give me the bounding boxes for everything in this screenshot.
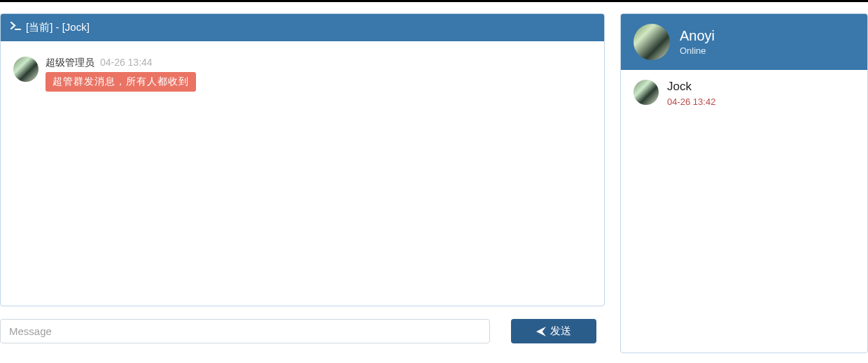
chat-panel: [当前] - [Jock] 超级管理员 04-26 13:44 超管群发消息，所… [0,13,605,306]
contact-info: Jock 04-26 13:42 [667,80,715,107]
profile-status: Online [680,45,715,56]
message-content: 超级管理员 04-26 13:44 超管群发消息，所有人都收到 [46,57,196,92]
message-time: 04-26 13:44 [100,57,153,68]
compose-row: 发送 [0,319,605,343]
message-bubble: 超管群发消息，所有人都收到 [46,72,196,92]
message-input[interactable] [0,319,490,343]
profile-panel: Anoyi Online Jock 04-26 13:42 [620,13,868,353]
main-layout: [当前] - [Jock] 超级管理员 04-26 13:44 超管群发消息，所… [0,2,868,353]
avatar [634,24,670,60]
message-meta: 超级管理员 04-26 13:44 [46,57,196,69]
sidebar-column: Anoyi Online Jock 04-26 13:42 [620,13,868,353]
chat-messages-area[interactable]: 超级管理员 04-26 13:44 超管群发消息，所有人都收到 [1,41,604,306]
contact-time: 04-26 13:42 [667,97,715,107]
profile-header: Anoyi Online [621,14,867,70]
profile-name: Anoyi [680,28,715,44]
profile-info: Anoyi Online [680,28,715,56]
avatar [13,57,38,82]
chat-header: [当前] - [Jock] [1,14,604,41]
send-icon [536,327,546,336]
message-sender: 超级管理员 [46,57,94,68]
chat-header-title: [当前] - [Jock] [26,21,90,34]
contact-name: Jock [667,80,715,94]
avatar [634,80,659,105]
contact-item[interactable]: Jock 04-26 13:42 [621,70,867,111]
send-button[interactable]: 发送 [511,319,596,343]
chat-message: 超级管理员 04-26 13:44 超管群发消息，所有人都收到 [13,57,592,92]
terminal-icon [10,22,22,34]
send-button-label: 发送 [550,325,571,338]
chat-column: [当前] - [Jock] 超级管理员 04-26 13:44 超管群发消息，所… [0,13,605,353]
